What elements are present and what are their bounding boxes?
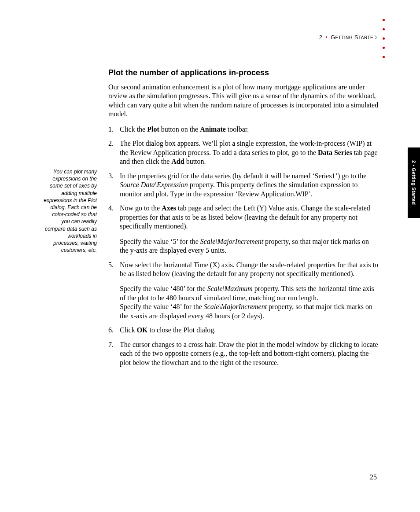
step-list: Click the Plot button on the Animate too… <box>108 125 379 367</box>
intro-paragraph: Our second animation enhancement is a pl… <box>108 83 379 119</box>
step-3: In the properties grid for the data seri… <box>108 172 379 199</box>
step-2: The Plot dialog box appears. We’ll plot … <box>108 139 379 166</box>
page-number: 25 <box>370 473 377 481</box>
step-5: Now select the horizontal Time (X) axis.… <box>108 261 379 321</box>
header-chapter-number: 2 <box>319 34 322 41</box>
step-4-sub: Specify the value ‘5’ for the Scale\Majo… <box>120 237 379 255</box>
header-separator: • <box>324 34 329 41</box>
section-heading: Plot the number of applications in-proce… <box>108 68 379 77</box>
thumb-index-tab: 2 • Getting Started <box>408 147 420 218</box>
step-1: Click the Plot button on the Animate too… <box>108 125 379 134</box>
header-dots <box>383 15 385 62</box>
header-chapter-title: GETTING STARTED <box>331 34 377 41</box>
step-7: The cursor changes to a cross hair. Draw… <box>108 340 379 367</box>
step-5-sub: Specify the value ‘480’ for the Scale\Ma… <box>120 284 379 320</box>
margin-note: You can plot many expressions on the sam… <box>43 168 97 254</box>
main-content: Plot the number of applications in-proce… <box>108 68 379 372</box>
step-6: Click OK to close the Plot dialog. <box>108 326 379 335</box>
step-4: Now go to the Axes tab page and select t… <box>108 204 379 255</box>
running-header: 2 • GETTING STARTED <box>319 34 377 41</box>
